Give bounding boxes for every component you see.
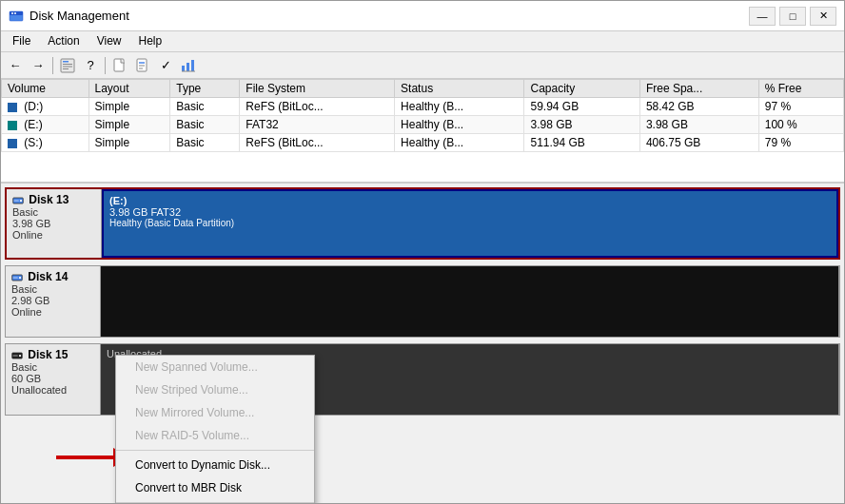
partition-label: (E:)	[109, 195, 831, 206]
chart-icon	[181, 58, 196, 73]
context-menu-item-convert-to-mbr-disk[interactable]: Convert to MBR Disk	[116, 476, 314, 499]
minimize-button[interactable]: —	[749, 7, 776, 26]
cell-freespace: 3.98 GB	[639, 116, 758, 134]
disk-drive-icon	[12, 195, 24, 206]
col-freespace: Free Spa...	[639, 80, 758, 98]
partition[interactable]	[101, 266, 839, 337]
new-button[interactable]	[109, 55, 130, 76]
toolbar: ← → ? ✓	[1, 52, 844, 79]
menu-view[interactable]: View	[89, 33, 129, 49]
cell-volume: (E:)	[2, 116, 89, 134]
svg-rect-6	[63, 64, 72, 65]
disk-row[interactable]: Disk 13 Basic 3.98 GB Online (E:) 3.98 G…	[5, 187, 840, 260]
col-capacity: Capacity	[524, 80, 639, 98]
menu-action[interactable]: Action	[40, 33, 87, 49]
partition-status: Healthy (Basic Data Partition)	[109, 218, 831, 228]
toolbar-separator-1	[52, 57, 53, 74]
col-pctfree: % Free	[758, 80, 843, 98]
properties-icon	[60, 58, 75, 73]
app-icon	[9, 9, 24, 24]
save-button[interactable]: ✓	[155, 55, 176, 76]
svg-rect-26	[13, 355, 18, 357]
svg-rect-23	[13, 277, 18, 279]
cell-volume: (S:)	[2, 134, 89, 152]
disk-size: 60 GB	[11, 373, 94, 384]
context-menu-separator	[116, 502, 314, 503]
disk-row[interactable]: Disk 14 Basic 2.98 GB Online	[5, 265, 840, 338]
disk-drive-icon	[11, 272, 23, 283]
svg-rect-14	[182, 66, 185, 71]
cell-capacity: 511.94 GB	[524, 134, 639, 152]
disk-partitions: (E:) 3.98 GB FAT32 Healthy (Basic Data P…	[102, 189, 838, 258]
cell-type: Basic	[170, 134, 240, 152]
col-volume: Volume	[2, 80, 89, 98]
maximize-button[interactable]: □	[779, 7, 806, 26]
svg-rect-15	[187, 63, 189, 71]
volume-icon	[8, 103, 17, 112]
menu-help[interactable]: Help	[131, 33, 170, 49]
partition-size: 3.98 GB FAT32	[109, 206, 831, 218]
context-menu-item-convert-to-dynamic-disk-[interactable]: Convert to Dynamic Disk...	[116, 454, 314, 476]
cell-layout: Simple	[88, 116, 170, 134]
svg-rect-20	[14, 200, 19, 202]
cell-type: Basic	[170, 98, 240, 116]
context-menu-item-new-spanned-volume-: New Spanned Volume...	[116, 356, 314, 378]
col-status: Status	[395, 80, 524, 98]
table-header-row: Volume Layout Type File System Status Ca…	[2, 80, 844, 98]
volume-icon	[8, 139, 17, 148]
cell-pctfree: 100 %	[758, 116, 843, 134]
disk-type: Basic	[11, 283, 94, 295]
chart-button[interactable]	[178, 55, 199, 76]
cell-status: Healthy (B...	[395, 116, 524, 134]
disk-name: Disk 15	[11, 348, 94, 361]
cell-layout: Simple	[88, 134, 170, 152]
cell-freespace: 58.42 GB	[639, 98, 758, 116]
volume-icon	[8, 121, 17, 130]
cell-capacity: 59.94 GB	[524, 98, 639, 116]
disk-panels: Disk 13 Basic 3.98 GB Online (E:) 3.98 G…	[1, 184, 844, 503]
window-controls: — □ ✕	[749, 7, 836, 26]
partition[interactable]: (E:) 3.98 GB FAT32 Healthy (Basic Data P…	[102, 189, 838, 258]
disk-status: Online	[11, 306, 94, 318]
cell-status: Healthy (B...	[395, 134, 524, 152]
edit-icon	[135, 58, 150, 73]
disk-size: 2.98 GB	[11, 295, 94, 306]
context-menu: New Spanned Volume...New Striped Volume.…	[115, 355, 315, 503]
table-row[interactable]: (D:) Simple Basic ReFS (BitLoc... Health…	[2, 98, 844, 116]
disk-label: Disk 14 Basic 2.98 GB Online	[6, 266, 101, 337]
context-menu-separator	[116, 450, 314, 451]
forward-button[interactable]: →	[28, 55, 49, 76]
volume-table: Volume Layout Type File System Status Ca…	[1, 79, 844, 152]
main-content: Volume Layout Type File System Status Ca…	[1, 79, 844, 503]
disk-type: Basic	[12, 206, 95, 218]
context-menu-item-new-mirrored-volume-: New Mirrored Volume...	[116, 401, 314, 424]
cell-filesystem: ReFS (BitLoc...	[240, 98, 395, 116]
disk-label: Disk 13 Basic 3.98 GB Online	[7, 189, 102, 258]
table-row[interactable]: (S:) Simple Basic ReFS (BitLoc... Health…	[2, 134, 844, 152]
cell-type: Basic	[170, 116, 240, 134]
disk-drive-icon	[11, 350, 23, 361]
col-layout: Layout	[88, 80, 170, 98]
help-button[interactable]: ?	[80, 55, 101, 76]
disk-type: Basic	[11, 361, 94, 373]
col-type: Type	[170, 80, 240, 98]
new-icon	[112, 58, 128, 73]
title-bar: Disk Management — □ ✕	[1, 1, 844, 31]
disk-partitions	[101, 266, 839, 337]
disk-name: Disk 13	[12, 193, 95, 206]
toolbar-separator-2	[105, 57, 106, 74]
svg-point-22	[19, 277, 21, 279]
svg-rect-5	[63, 61, 69, 63]
arrow-line	[56, 456, 113, 459]
properties-button[interactable]	[57, 55, 78, 76]
edit-button[interactable]	[132, 55, 153, 76]
title-bar-left: Disk Management	[9, 9, 129, 24]
menu-file[interactable]: File	[5, 33, 38, 49]
back-button[interactable]: ←	[5, 55, 26, 76]
cell-status: Healthy (B...	[395, 98, 524, 116]
menu-bar: File Action View Help	[1, 31, 844, 52]
table-row[interactable]: (E:) Simple Basic FAT32 Healthy (B... 3.…	[2, 116, 844, 134]
close-button[interactable]: ✕	[810, 7, 836, 26]
cell-pctfree: 97 %	[758, 98, 843, 116]
svg-point-2	[11, 12, 13, 14]
